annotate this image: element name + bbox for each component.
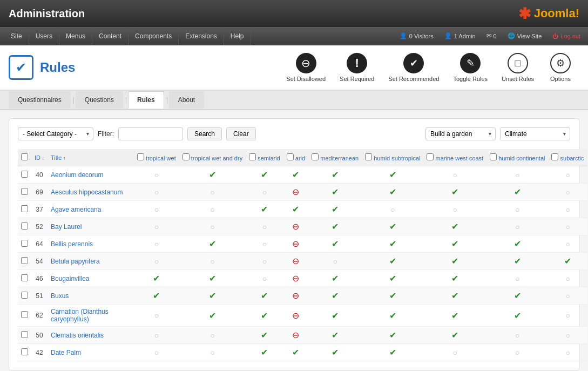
row-checkbox[interactable] [21,240,28,247]
header-checkbox[interactable] [18,149,31,166]
cell-check[interactable]: ✔ [451,222,458,231]
cell-empty[interactable]: ○ [565,205,570,214]
col-cb-arid[interactable] [287,153,294,160]
cell-check[interactable]: ✔ [332,274,339,283]
dropdown1-select[interactable]: Build a garden [425,127,496,140]
cell-check[interactable]: ✔ [389,187,396,197]
tab-rules[interactable]: Rules [128,91,164,109]
row-title-link[interactable]: Carnation (Dianthus caryophyllus) [51,308,109,323]
nav-site[interactable]: Site [4,27,29,45]
set-required-button[interactable]: ! Set Required [333,50,381,85]
cell-check[interactable]: ✔ [451,239,458,248]
row-checkbox[interactable] [21,292,28,299]
cell-check[interactable]: ✔ [209,170,216,179]
cell-check[interactable]: ✔ [332,239,339,248]
cell-check[interactable]: ✔ [261,311,268,320]
header-humid-subtropical[interactable]: humid subtropical [362,149,423,166]
cell-empty[interactable]: ○ [154,311,159,320]
cell-check[interactable]: ✔ [261,291,268,300]
cell-check[interactable]: ✔ [514,187,521,197]
header-subarctic[interactable]: subarctic [548,149,587,166]
cell-check[interactable]: ✔ [209,239,216,248]
cell-empty[interactable]: ○ [210,188,214,197]
row-title-link[interactable]: Bay Laurel [51,223,82,231]
col-cb-tropical-wet-dry[interactable] [183,153,190,160]
cell-check[interactable]: ✔ [332,187,339,197]
cell-check[interactable]: ✔ [564,257,571,266]
col-cb-marine-west-coast[interactable] [427,153,434,160]
row-checkbox[interactable] [21,188,28,195]
row-title-link[interactable]: Agave americana [51,206,101,213]
cell-check[interactable]: ✔ [451,187,458,197]
cell-disallowed[interactable]: ⊖ [292,291,299,300]
header-humid-continental[interactable]: humid continental [486,149,548,166]
tab-questions[interactable]: Questions [76,91,123,109]
cell-empty[interactable]: ○ [262,240,267,248]
cell-empty[interactable]: ○ [154,171,159,179]
cell-check[interactable]: ✔ [261,170,268,179]
row-title-link[interactable]: Date Palm [51,349,81,356]
cell-check[interactable]: ✔ [332,291,339,300]
select-all-checkbox[interactable] [21,153,28,160]
cell-check[interactable]: ✔ [389,222,396,231]
cell-check[interactable]: ✔ [292,170,299,179]
row-title-link[interactable]: Buxus [51,292,69,300]
filter-input[interactable] [118,127,183,140]
cell-check[interactable]: ✔ [332,330,339,340]
cell-disallowed[interactable]: ⊖ [292,311,299,320]
cell-empty[interactable]: ○ [154,222,159,231]
header-id[interactable]: ID [31,149,48,166]
cell-check[interactable]: ✔ [451,291,458,300]
cell-check[interactable]: ✔ [389,348,396,357]
cell-check[interactable]: ✔ [389,239,396,248]
cell-disallowed[interactable]: ⊖ [292,257,299,266]
cell-empty[interactable]: ○ [210,331,214,340]
cell-check[interactable]: ✔ [389,170,396,179]
cell-check[interactable]: ✔ [209,291,216,300]
search-button[interactable]: Search [187,127,222,140]
nav-content[interactable]: Content [92,27,129,45]
cell-empty[interactable]: ○ [210,257,214,266]
row-checkbox[interactable] [21,222,28,230]
cell-empty[interactable]: ○ [210,348,214,357]
row-checkbox[interactable] [21,331,28,338]
cell-check[interactable]: ✔ [451,330,458,340]
header-semiarid[interactable]: semiarid [246,149,283,166]
cell-check[interactable]: ✔ [514,311,521,320]
cell-check[interactable]: ✔ [153,291,160,300]
row-title-link[interactable]: Clematis orientalis [51,332,104,339]
header-mediterranean[interactable]: mediterranean [308,149,362,166]
cell-empty[interactable]: ○ [453,171,457,179]
cell-empty[interactable]: ○ [262,222,267,231]
cell-empty[interactable]: ○ [262,274,267,283]
cell-disallowed[interactable]: ⊖ [292,222,299,231]
cell-empty[interactable]: ○ [154,331,159,340]
toggle-rules-button[interactable]: ✎ Toggle Rules [447,50,494,85]
cell-check[interactable]: ✔ [153,274,160,283]
cell-check[interactable]: ✔ [451,311,458,320]
cell-empty[interactable]: ○ [154,205,159,214]
header-title[interactable]: Title [48,149,134,166]
cell-empty[interactable]: ○ [565,348,570,357]
cell-check[interactable]: ✔ [292,205,299,214]
cell-check[interactable]: ✔ [451,274,458,283]
cell-check[interactable]: ✔ [209,311,216,320]
cell-empty[interactable]: ○ [565,222,570,231]
cell-empty[interactable]: ○ [154,240,159,248]
cell-empty[interactable]: ○ [262,257,267,266]
cell-empty[interactable]: ○ [565,331,570,340]
row-title-link[interactable]: Bellis perennis [51,240,93,248]
tab-about[interactable]: About [169,91,204,109]
nav-menus[interactable]: Menus [59,27,92,45]
category-select[interactable]: - Select Category - [18,127,93,140]
cell-empty[interactable]: ○ [453,205,457,214]
cell-empty[interactable]: ○ [565,292,570,300]
view-site-btn[interactable]: 🌐 View Site [504,32,545,39]
col-cb-semiarid[interactable] [249,153,256,160]
header-tropical-wet[interactable]: tropical wet [134,149,179,166]
header-tropical-wet-dry[interactable]: tropical wet and dry [179,149,246,166]
nav-components[interactable]: Components [129,27,179,45]
unset-rules-button[interactable]: □ Unset Rules [495,50,540,85]
set-disallowed-button[interactable]: ⊖ Set Disallowed [280,50,332,85]
dropdown2-select[interactable]: Climate [500,127,570,140]
